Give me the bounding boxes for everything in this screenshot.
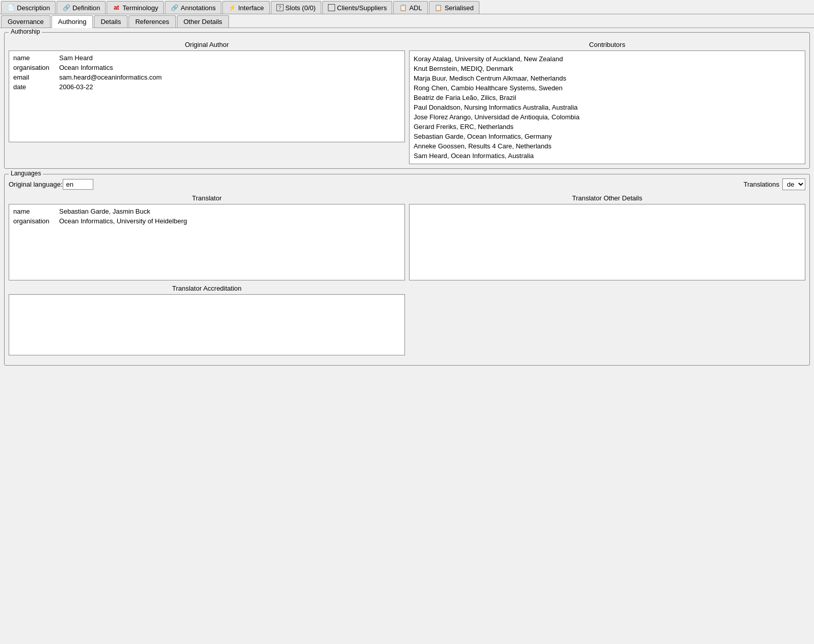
- tab-serialised[interactable]: 📋 Serialised: [429, 1, 479, 14]
- description-icon: 📄: [7, 4, 15, 12]
- tab-clients-suppliers[interactable]: Clients/Suppliers: [322, 1, 393, 14]
- author-org-row: organisation Ocean Informatics: [13, 64, 400, 71]
- author-email-row: email sam.heard@oceaninformatics.com: [13, 73, 400, 81]
- list-item: Paul Donaldson, Nursing Informatics Aust…: [414, 102, 801, 112]
- translator-name-key: name: [13, 208, 59, 215]
- translator-org-value: Ocean Informatics, University of Heidelb…: [59, 217, 400, 225]
- authorship-section: Authorship Original Author name Sam Hear…: [4, 32, 810, 169]
- annotations-icon: 🔗: [170, 4, 179, 12]
- tab-terminology[interactable]: at Terminology: [107, 1, 164, 14]
- tab-slots[interactable]: ? Slots (0/0): [271, 1, 321, 14]
- contributors-panel: Koray Atalag, University of Auckland, Ne…: [409, 50, 805, 164]
- authorship-section-label: Authorship: [9, 28, 42, 35]
- interface-icon: ⚡: [228, 4, 236, 12]
- tab-interface[interactable]: ⚡ Interface: [222, 1, 270, 14]
- tab-description-label: Description: [17, 4, 50, 12]
- tab-serialised-label: Serialised: [445, 4, 474, 12]
- list-item: Marja Buur, Medisch Centrum Alkmaar, Net…: [414, 73, 801, 83]
- translator-other-details-panel: [409, 204, 805, 280]
- definition-icon: 🔗: [62, 4, 70, 12]
- author-org-key: organisation: [13, 64, 59, 71]
- author-date-row: date 2006-03-22: [13, 83, 400, 91]
- tab-annotations[interactable]: 🔗 Annotations: [165, 1, 221, 14]
- author-date-value: 2006-03-22: [59, 83, 400, 91]
- list-item: Koray Atalag, University of Auckland, Ne…: [414, 54, 801, 64]
- tab-slots-label: Slots (0/0): [286, 4, 316, 12]
- list-item: Sam Heard, Ocean Informatics, Australia: [414, 151, 801, 161]
- languages-controls: Original language: Translations de en fr…: [9, 178, 805, 190]
- adl-icon: 📋: [399, 4, 407, 12]
- translator-header: Translator: [9, 194, 405, 202]
- contributors-header: Contributors: [409, 41, 805, 48]
- original-author-header: Original Author: [9, 41, 405, 48]
- author-date-key: date: [13, 83, 59, 91]
- author-email-value: sam.heard@oceaninformatics.com: [59, 73, 400, 81]
- list-item: Knut Bernstein, MEDIQ, Denmark: [414, 64, 801, 73]
- top-tab-bar: 📄 Description 🔗 Definition at Terminolog…: [0, 0, 814, 14]
- author-name-value: Sam Heard: [59, 54, 400, 62]
- original-language-label: Original language:: [9, 181, 63, 188]
- tab-authoring[interactable]: Authoring: [52, 15, 93, 28]
- author-name-row: name Sam Heard: [13, 54, 400, 62]
- tab-annotations-label: Annotations: [181, 4, 216, 12]
- author-email-key: email: [13, 73, 59, 81]
- list-item: Sebastian Garde, Ocean Informatics, Germ…: [414, 132, 801, 141]
- accreditation-right-empty: [409, 285, 805, 361]
- translator-grid: Translator name Sebastian Garde, Jasmin …: [9, 194, 805, 280]
- translator-name-value: Sebastian Garde, Jasmin Buck: [59, 208, 400, 215]
- tab-adl-label: ADL: [409, 4, 422, 12]
- tab-interface-label: Interface: [238, 4, 264, 12]
- authorship-columns: Original Author name Sam Heard organisat…: [9, 41, 805, 164]
- translator-column: Translator name Sebastian Garde, Jasmin …: [9, 194, 405, 280]
- list-item: Beatriz de Faria Leão, Zilics, Brazil: [414, 93, 801, 102]
- tab-description[interactable]: 📄 Description: [1, 1, 56, 14]
- terminology-icon: at: [112, 4, 120, 12]
- accreditation-wrapper: Translator Accreditation: [9, 285, 805, 361]
- translator-name-row: name Sebastian Garde, Jasmin Buck: [13, 208, 400, 215]
- list-item: Rong Chen, Cambio Healthcare Systems, Sw…: [414, 83, 801, 93]
- translator-panel: name Sebastian Garde, Jasmin Buck organi…: [9, 204, 405, 280]
- tab-clients-suppliers-label: Clients/Suppliers: [337, 4, 387, 12]
- tab-definition-label: Definition: [72, 4, 100, 12]
- original-author-column: Original Author name Sam Heard organisat…: [9, 41, 405, 164]
- contributors-column: Contributors Koray Atalag, University of…: [409, 41, 805, 164]
- main-content: Authorship Original Author name Sam Hear…: [0, 28, 814, 375]
- translator-org-row: organisation Ocean Informatics, Universi…: [13, 217, 400, 225]
- translations-label: Translations: [744, 181, 779, 188]
- original-language-input[interactable]: [63, 179, 93, 190]
- list-item: Anneke Goossen, Results 4 Care, Netherla…: [414, 141, 801, 151]
- tab-terminology-label: Terminology: [122, 4, 158, 12]
- second-tab-bar: Governance Authoring Details References …: [0, 14, 814, 28]
- author-org-value: Ocean Informatics: [59, 64, 400, 71]
- tab-governance[interactable]: Governance: [1, 15, 50, 28]
- list-item: Jose Florez Arango, Universidad de Antio…: [414, 112, 801, 122]
- clients-suppliers-icon: [328, 4, 335, 11]
- tab-references[interactable]: References: [129, 15, 175, 28]
- translator-org-key: organisation: [13, 217, 59, 225]
- languages-section: Languages Original language: Translation…: [4, 174, 810, 366]
- translator-other-details-column: Translator Other Details: [409, 194, 805, 280]
- tab-adl[interactable]: 📋 ADL: [393, 1, 427, 14]
- accreditation-column: Translator Accreditation: [9, 285, 405, 361]
- tab-definition[interactable]: 🔗 Definition: [57, 1, 106, 14]
- tab-details[interactable]: Details: [94, 15, 128, 28]
- tab-other-details[interactable]: Other Details: [177, 15, 229, 28]
- translator-other-details-header: Translator Other Details: [409, 194, 805, 202]
- languages-section-label: Languages: [9, 170, 43, 177]
- original-author-panel: name Sam Heard organisation Ocean Inform…: [9, 50, 405, 142]
- translations-select[interactable]: de en fr es nl: [782, 178, 805, 190]
- accreditation-header: Translator Accreditation: [9, 285, 405, 292]
- accreditation-textarea[interactable]: [9, 294, 405, 355]
- author-name-key: name: [13, 54, 59, 62]
- list-item: Gerard Freriks, ERC, Netherlands: [414, 122, 801, 132]
- slots-icon: ?: [276, 4, 284, 11]
- serialised-icon: 📋: [435, 4, 443, 12]
